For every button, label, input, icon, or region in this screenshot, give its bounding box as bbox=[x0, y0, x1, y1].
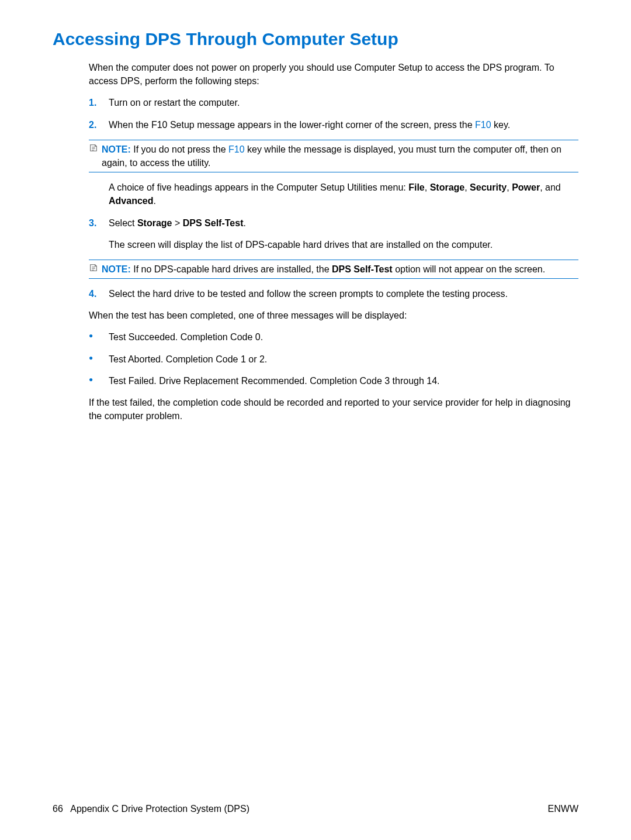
footer-section: Appendix C Drive Protection System (DPS) bbox=[70, 804, 249, 814]
page-title: Accessing DPS Through Computer Setup bbox=[53, 29, 578, 49]
result-failed: Test Failed. Drive Replacement Recommend… bbox=[89, 374, 578, 388]
page-number: 66 bbox=[53, 804, 63, 814]
footer-right: ENWW bbox=[548, 804, 578, 814]
step-1: Turn on or restart the computer. bbox=[89, 96, 578, 109]
step-3-after: The screen will display the list of DPS-… bbox=[109, 238, 578, 251]
body: When the computer does not power on prop… bbox=[89, 61, 578, 423]
step-4-text: Select the hard drive to be tested and f… bbox=[109, 289, 508, 299]
result-succeeded: Test Succeeded. Completion Code 0. bbox=[89, 330, 578, 344]
page: Accessing DPS Through Computer Setup Whe… bbox=[0, 0, 631, 840]
page-footer: 66 Appendix C Drive Protection System (D… bbox=[53, 804, 578, 814]
f10-key-2: F10 bbox=[228, 144, 245, 154]
post-list-intro: When the test has been completed, one of… bbox=[89, 309, 578, 322]
note-1-text: NOTE: If you do not press the F10 key wh… bbox=[102, 143, 578, 170]
note-icon bbox=[89, 143, 98, 170]
note-box-2: NOTE: If no DPS-capable hard drives are … bbox=[89, 260, 578, 279]
result-aborted: Test Aborted. Completion Code 1 or 2. bbox=[89, 352, 578, 366]
closing-paragraph: If the test failed, the completion code … bbox=[89, 396, 578, 423]
note-icon-2 bbox=[89, 262, 98, 276]
steps-list-cont2: Select the hard drive to be tested and f… bbox=[89, 287, 578, 300]
step-2-after: A choice of five headings appears in the… bbox=[109, 181, 578, 208]
footer-left: 66 Appendix C Drive Protection System (D… bbox=[53, 804, 249, 814]
step-2: When the F10 Setup message appears in th… bbox=[89, 118, 578, 132]
note-box-1: NOTE: If you do not press the F10 key wh… bbox=[89, 140, 578, 172]
results-list: Test Succeeded. Completion Code 0. Test … bbox=[89, 330, 578, 388]
step-2-continuation: A choice of five headings appears in the… bbox=[89, 181, 578, 208]
step-4: Select the hard drive to be tested and f… bbox=[89, 287, 578, 300]
steps-list-cont: Select Storage > DPS Self-Test. The scre… bbox=[89, 216, 578, 251]
step-1-text: Turn on or restart the computer. bbox=[109, 98, 240, 108]
f10-key: F10 bbox=[475, 120, 491, 130]
intro-paragraph: When the computer does not power on prop… bbox=[89, 61, 578, 88]
step-3: Select Storage > DPS Self-Test. The scre… bbox=[89, 216, 578, 251]
step-3-text: Select Storage > DPS Self-Test. bbox=[109, 218, 246, 228]
note-2-text: NOTE: If no DPS-capable hard drives are … bbox=[102, 262, 578, 276]
step-2-text: When the F10 Setup message appears in th… bbox=[109, 120, 510, 130]
steps-list: Turn on or restart the computer. When th… bbox=[89, 96, 578, 131]
